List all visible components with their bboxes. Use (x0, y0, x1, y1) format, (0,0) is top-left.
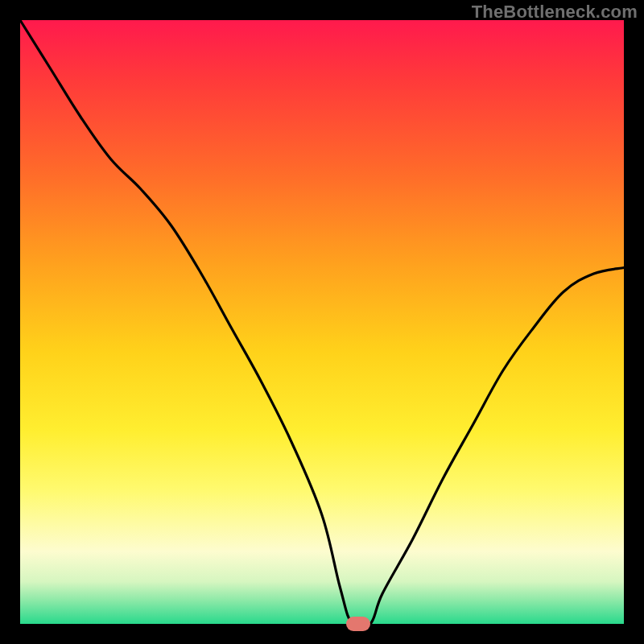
chart-stage: TheBottleneck.com (0, 0, 644, 644)
chart-plot-area (20, 20, 624, 624)
bottleneck-curve (20, 20, 624, 624)
minimum-marker (346, 617, 370, 631)
